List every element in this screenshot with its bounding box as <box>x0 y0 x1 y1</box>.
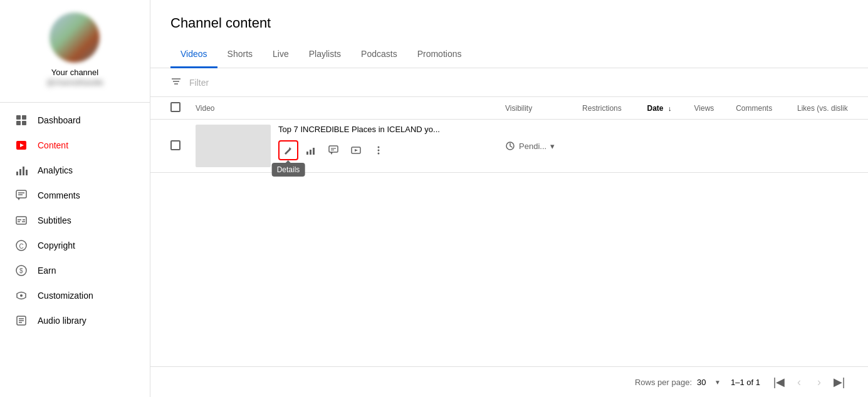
dashboard-label: Dashboard <box>38 115 81 125</box>
earn-icon: $ <box>15 264 28 277</box>
main-content: Channel content Videos Shorts Live Playl… <box>150 0 868 397</box>
svg-rect-33 <box>313 148 315 155</box>
first-page-button[interactable]: |◀ <box>770 373 788 391</box>
svg-marker-13 <box>18 198 20 200</box>
action-icons-row: Details <box>278 140 440 160</box>
comments-count-cell <box>728 120 790 173</box>
svg-rect-34 <box>329 146 338 152</box>
svg-point-41 <box>378 150 380 152</box>
views-cell <box>687 120 729 173</box>
page-title: Channel content <box>170 15 848 31</box>
prev-page-button[interactable]: ‹ <box>790 373 808 391</box>
analytics-icon <box>15 164 28 177</box>
svg-rect-31 <box>306 152 308 155</box>
sidebar-nav: Dashboard Content Analytic <box>0 108 150 333</box>
video-analytics-button[interactable] <box>301 140 321 160</box>
svg-rect-14 <box>16 217 26 224</box>
sidebar-item-subtitles[interactable]: Subtitles <box>0 208 150 233</box>
svg-marker-35 <box>330 152 333 155</box>
svg-point-42 <box>378 153 380 155</box>
row-checkbox[interactable] <box>170 140 180 150</box>
th-checkbox <box>150 97 188 120</box>
video-url-button[interactable] <box>346 140 366 160</box>
th-comments: Comments <box>728 97 790 120</box>
pagination-nav: |◀ ‹ › ▶| <box>770 373 848 391</box>
date-cell <box>640 120 687 173</box>
channel-info: Your channel @channelhandle <box>46 13 103 87</box>
sidebar-item-content[interactable]: Content <box>0 133 150 158</box>
tab-podcasts[interactable]: Podcasts <box>351 41 407 68</box>
svg-rect-0 <box>16 115 21 120</box>
tab-promotions[interactable]: Promotions <box>407 41 472 68</box>
details-button[interactable]: Details <box>278 140 298 160</box>
sidebar-item-comments[interactable]: Comments <box>0 183 150 208</box>
header-checkbox[interactable] <box>170 102 180 112</box>
copyright-label: Copyright <box>38 240 75 250</box>
likes-cell <box>790 120 868 173</box>
earn-label: Earn <box>38 266 56 276</box>
customization-label: Customization <box>38 291 93 301</box>
copyright-icon: C <box>15 239 28 252</box>
filter-placeholder[interactable]: Filter <box>189 78 209 88</box>
video-comments-button[interactable] <box>323 140 343 160</box>
svg-rect-2 <box>16 121 21 125</box>
page-header: Channel content <box>150 0 868 41</box>
comments-icon <box>15 189 28 202</box>
customization-icon <box>15 289 28 302</box>
th-visibility: Visibility <box>498 97 575 120</box>
sidebar-item-dashboard[interactable]: Dashboard <box>0 108 150 133</box>
svg-point-40 <box>378 147 380 148</box>
tab-shorts[interactable]: Shorts <box>217 41 263 68</box>
svg-rect-6 <box>16 172 18 175</box>
rows-per-page-label: Rows per page: <box>635 378 692 387</box>
svg-text:$: $ <box>19 267 23 274</box>
tab-live[interactable]: Live <box>263 41 299 68</box>
channel-sub: @channelhandle <box>46 78 103 87</box>
video-thumbnail <box>196 125 271 167</box>
rows-per-page-select[interactable]: 30 50 100 <box>697 378 721 387</box>
svg-rect-9 <box>26 170 28 175</box>
sidebar-item-customization[interactable]: Customization <box>0 283 150 308</box>
content-tabs: Videos Shorts Live Playlists Podcasts Pr… <box>150 41 868 68</box>
th-date[interactable]: Date ↓ <box>640 97 687 120</box>
sidebar-item-audio-library[interactable]: Audio library <box>0 308 150 333</box>
restrictions-cell <box>575 120 639 173</box>
tab-playlists[interactable]: Playlists <box>299 41 351 68</box>
analytics-label: Analytics <box>38 165 73 175</box>
comments-label: Comments <box>38 190 80 200</box>
more-options-button[interactable] <box>369 140 389 160</box>
th-video: Video <box>188 97 498 120</box>
subtitles-icon <box>15 214 28 227</box>
visibility-cell: Pendi... ▾ <box>498 120 575 173</box>
filter-icon <box>170 76 182 89</box>
channel-name: Your channel <box>51 68 98 77</box>
video-info: Top 7 INCREDIBLE Places in ICELAND yo... <box>278 125 440 160</box>
visibility-status: Pendi... <box>519 142 546 151</box>
table-row: Top 7 INCREDIBLE Places in ICELAND yo... <box>150 120 868 173</box>
last-page-button[interactable]: ▶| <box>830 373 848 391</box>
filter-bar: Filter <box>150 68 868 97</box>
visibility-dropdown[interactable]: ▾ <box>550 142 555 151</box>
content-label: Content <box>38 140 68 150</box>
th-views: Views <box>687 97 729 120</box>
avatar <box>50 13 100 63</box>
svg-rect-1 <box>22 115 26 120</box>
visibility-content: Pendi... ▾ <box>505 141 567 151</box>
rows-per-page: Rows per page: 30 50 100 <box>635 378 721 387</box>
svg-rect-3 <box>22 121 26 125</box>
details-tooltip: Details <box>272 163 305 177</box>
sidebar-item-earn[interactable]: $ Earn <box>0 258 150 283</box>
svg-rect-7 <box>19 169 21 175</box>
svg-text:C: C <box>19 243 24 250</box>
pagination: Rows per page: 30 50 100 1–1 of 1 |◀ ‹ ›… <box>150 366 868 397</box>
audio-library-icon <box>15 314 28 327</box>
svg-marker-39 <box>355 149 358 152</box>
content-icon <box>15 139 28 152</box>
sidebar: Your channel @channelhandle Dashboard <box>0 0 150 397</box>
sidebar-item-copyright[interactable]: C Copyright <box>0 233 150 258</box>
svg-rect-10 <box>16 190 26 198</box>
svg-rect-32 <box>310 150 311 155</box>
next-page-button[interactable]: › <box>810 373 828 391</box>
tab-videos[interactable]: Videos <box>170 41 217 68</box>
sidebar-item-analytics[interactable]: Analytics <box>0 158 150 183</box>
